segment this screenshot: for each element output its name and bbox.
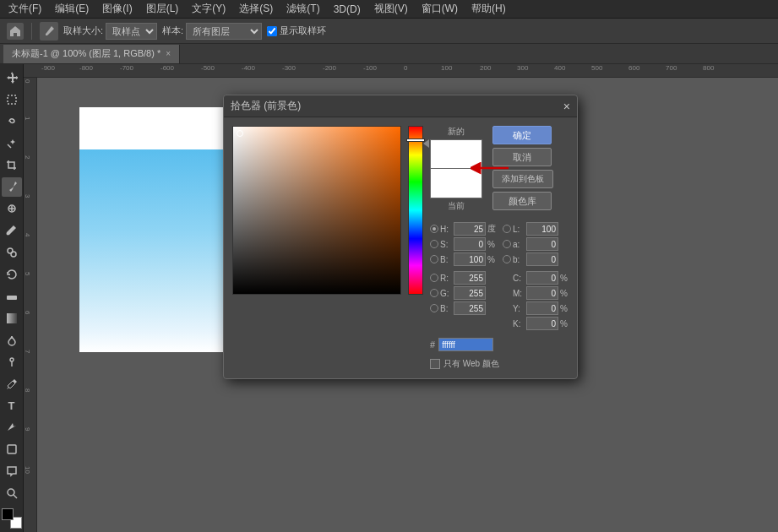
- b-input[interactable]: [454, 252, 486, 266]
- menu-help[interactable]: 帮助(H): [468, 0, 509, 18]
- eyedropper-tool-btn[interactable]: [40, 22, 58, 41]
- menu-bar: 文件(F) 编辑(E) 图像(I) 图层(L) 文字(Y) 选择(S) 滤镜(T…: [0, 0, 778, 19]
- c-input[interactable]: [526, 271, 558, 285]
- k-input[interactable]: [526, 317, 558, 330]
- dialog-body: 新的 当前: [224, 117, 577, 378]
- svg-line-12: [14, 495, 17, 498]
- web-only-row: 只有 Web 颜色: [430, 358, 569, 370]
- svg-rect-7: [7, 296, 17, 300]
- dialog-title-text: 拾色器 (前景色): [231, 99, 301, 113]
- ok-button[interactable]: 确定: [492, 126, 552, 144]
- tool-zoom[interactable]: [2, 483, 22, 503]
- y-unit: %: [560, 304, 568, 313]
- tool-magic-wand[interactable]: [2, 133, 22, 154]
- c-label: C:: [513, 274, 525, 283]
- tool-move[interactable]: [2, 68, 22, 88]
- hue-cursor: [406, 138, 425, 142]
- tool-note[interactable]: [2, 461, 22, 481]
- menu-select[interactable]: 选择(S): [236, 0, 276, 18]
- svg-point-6: [11, 252, 16, 257]
- svg-line-1: [8, 144, 11, 148]
- blab-radio[interactable]: [503, 255, 511, 263]
- a-input[interactable]: [526, 237, 558, 251]
- tool-spot-heal[interactable]: [2, 198, 22, 219]
- color-saturation-field[interactable]: [232, 126, 401, 295]
- menu-edit[interactable]: 编辑(E): [52, 0, 92, 18]
- tool-pen[interactable]: [2, 374, 22, 394]
- tool-eyedropper[interactable]: [2, 177, 22, 198]
- tool-lasso[interactable]: [2, 111, 22, 132]
- menu-file[interactable]: 文件(F): [5, 0, 45, 18]
- home-icon[interactable]: [7, 23, 24, 40]
- tool-crop[interactable]: [2, 155, 22, 176]
- s-input[interactable]: [454, 237, 486, 251]
- menu-3d[interactable]: 3D(D): [330, 2, 364, 17]
- tool-text[interactable]: T: [2, 396, 22, 416]
- preview-buttons-row: 新的 当前: [430, 126, 569, 215]
- document-tab[interactable]: 未标题-1 @ 100% (图层 1, RGB/8) * ×: [3, 45, 180, 63]
- menu-view[interactable]: 视图(V): [371, 0, 411, 18]
- tools-panel: T: [0, 64, 24, 532]
- r-row: R:: [430, 271, 496, 285]
- s-unit: %: [487, 240, 495, 249]
- h-radio[interactable]: [430, 225, 438, 233]
- tool-history[interactable]: [2, 264, 22, 285]
- tool-clone[interactable]: [2, 242, 22, 263]
- sample-size-label: 取样大小:: [63, 24, 103, 37]
- blab-input[interactable]: [526, 252, 558, 266]
- tool-eraser[interactable]: [2, 286, 22, 307]
- s-radio[interactable]: [430, 240, 438, 248]
- tool-shape[interactable]: [2, 439, 22, 459]
- b-radio[interactable]: [430, 255, 438, 263]
- menu-filter[interactable]: 滤镜(T): [283, 0, 323, 18]
- hue-slider[interactable]: [408, 126, 423, 295]
- menu-layer[interactable]: 图层(L): [143, 0, 182, 18]
- menu-window[interactable]: 窗口(W): [418, 0, 461, 18]
- sample-source-group: 样本: 所有图层: [162, 23, 262, 40]
- r-input[interactable]: [454, 271, 486, 285]
- g-radio[interactable]: [430, 289, 438, 297]
- hue-arrow: [423, 139, 429, 148]
- sample-size-select[interactable]: 取样点: [106, 23, 157, 40]
- red-arrow-indicator: [471, 155, 513, 181]
- svg-rect-10: [8, 445, 16, 453]
- menu-image[interactable]: 图像(I): [99, 0, 135, 18]
- brgb-row: B:: [430, 301, 496, 315]
- brgb-radio[interactable]: [430, 304, 438, 312]
- l-input[interactable]: [526, 222, 558, 236]
- menu-text[interactable]: 文字(Y): [188, 0, 229, 18]
- tool-path-select[interactable]: [2, 418, 22, 438]
- b-row: B: %: [430, 252, 496, 266]
- web-only-checkbox[interactable]: [430, 359, 440, 369]
- main-area: T -900 -800 -700 -600: [0, 64, 778, 532]
- tool-dodge[interactable]: [2, 352, 22, 372]
- tab-label: 未标题-1 @ 100% (图层 1, RGB/8) *: [12, 47, 160, 60]
- workspace: -900 -800 -700 -600 -500 -400 -300 -200 …: [24, 64, 778, 532]
- a-radio[interactable]: [503, 240, 511, 248]
- m-input[interactable]: [526, 286, 558, 300]
- color-lib-button[interactable]: 颜色库: [492, 192, 552, 210]
- foreground-color-chip[interactable]: [2, 508, 14, 520]
- y-input[interactable]: [526, 301, 558, 315]
- h-input[interactable]: [454, 222, 486, 236]
- tool-select-rect[interactable]: [2, 90, 22, 110]
- show-ring-checkbox[interactable]: [267, 26, 277, 36]
- l-radio[interactable]: [503, 225, 511, 233]
- g-row: G:: [430, 286, 496, 300]
- a-row: a:: [503, 237, 568, 251]
- tab-close-btn[interactable]: ×: [166, 49, 171, 58]
- k-unit: %: [560, 319, 568, 328]
- l-row: L:: [503, 222, 568, 236]
- tool-brush[interactable]: [2, 220, 22, 241]
- hex-input[interactable]: [438, 338, 493, 351]
- color-inputs-container: H: 度 S: %: [430, 222, 569, 332]
- tool-gradient[interactable]: [2, 308, 22, 328]
- y-label: Y:: [513, 304, 525, 313]
- dialog-close-btn[interactable]: ×: [563, 100, 570, 113]
- tool-blur[interactable]: [2, 330, 22, 350]
- brgb-input[interactable]: [454, 301, 486, 315]
- c-unit: %: [560, 274, 568, 283]
- g-input[interactable]: [454, 286, 486, 300]
- sample-source-select[interactable]: 所有图层: [186, 23, 262, 40]
- r-radio[interactable]: [430, 274, 438, 282]
